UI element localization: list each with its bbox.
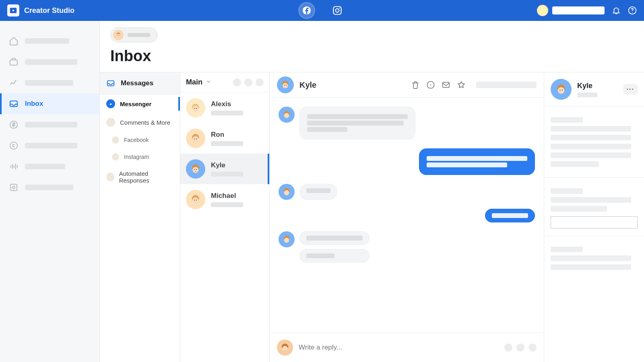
thread-preview-placeholder <box>211 141 243 146</box>
help-icon[interactable] <box>628 6 637 15</box>
thread-preview-placeholder <box>211 172 243 177</box>
message-bubble <box>299 231 369 245</box>
briefcase-icon <box>9 57 19 67</box>
thread-list-header: Main <box>180 72 269 93</box>
composer-action-placeholder[interactable] <box>516 343 524 352</box>
page-selector-chip[interactable] <box>110 27 158 43</box>
message-list <box>270 98 544 333</box>
sidebar-item-settings[interactable] <box>0 177 99 198</box>
mail-icon[interactable] <box>442 80 450 89</box>
svg-point-4 <box>339 8 340 8</box>
reply-input[interactable] <box>299 343 499 352</box>
sidebar-item-library[interactable] <box>0 51 99 72</box>
thread-name: Michael <box>211 192 243 200</box>
info-section-3 <box>544 236 644 280</box>
left-sidebar: Inbox <box>0 21 100 362</box>
messenger-icon <box>106 99 115 108</box>
sidebar-label-placeholder <box>25 185 73 190</box>
thread-alexis[interactable]: Alexis <box>180 93 269 123</box>
svg-rect-7 <box>10 60 17 65</box>
thread-kyle[interactable]: Kyle <box>180 154 269 184</box>
account-switcher[interactable] <box>537 5 605 16</box>
tab-instagram[interactable]: Instagram <box>100 148 180 165</box>
contact-info-panel: Kyle ··· <box>544 72 644 362</box>
sidebar-item-label: Inbox <box>25 100 43 108</box>
thread-filter-label: Main <box>186 78 202 86</box>
header-action-placeholder[interactable] <box>244 78 252 86</box>
message-avatar <box>279 184 295 200</box>
svg-point-45 <box>284 238 289 243</box>
instagram-tab[interactable] <box>330 3 345 18</box>
star-icon[interactable] <box>457 80 466 89</box>
composer-action-placeholder[interactable] <box>504 343 512 352</box>
message-avatar <box>279 107 295 123</box>
home-icon <box>9 36 19 46</box>
dollar-icon <box>9 120 19 130</box>
sidebar-item-monetization[interactable] <box>0 114 99 135</box>
thread-name: Ron <box>211 131 243 139</box>
contact-name: Kyle <box>577 82 597 90</box>
tab-label: Facebook <box>124 137 149 143</box>
more-options-button[interactable]: ··· <box>623 84 638 95</box>
sidebar-item-home[interactable] <box>0 31 99 51</box>
header-action-placeholder[interactable] <box>233 78 241 86</box>
chevron-down-icon[interactable] <box>206 79 211 86</box>
sidebar-label-placeholder <box>25 80 73 86</box>
settings-icon <box>9 183 19 192</box>
thread-name: Alexis <box>211 100 243 108</box>
svg-point-10 <box>10 142 17 149</box>
message-bubble <box>485 209 535 222</box>
self-avatar <box>277 339 293 356</box>
svg-point-16 <box>119 35 119 35</box>
message-incoming <box>279 107 535 140</box>
tab-dot <box>106 118 115 127</box>
play-icon <box>9 6 17 14</box>
message-bubble <box>299 249 369 263</box>
message-avatar <box>279 231 295 247</box>
info-section-2 <box>544 178 644 236</box>
thread-ron[interactable]: Ron <box>180 123 269 154</box>
svg-point-14 <box>117 34 120 37</box>
spam-icon[interactable] <box>426 80 435 89</box>
thread-avatar <box>186 98 205 117</box>
tab-automated[interactable]: Automated Responses <box>100 165 180 189</box>
sidebar-item-insights[interactable] <box>0 72 99 93</box>
svg-point-15 <box>118 35 118 35</box>
sidebar-item-rights[interactable] <box>0 135 99 156</box>
sidebar-item-sound[interactable] <box>0 156 99 177</box>
svg-point-50 <box>559 90 560 90</box>
tab-label: Comments & More <box>120 119 170 126</box>
notifications-icon[interactable] <box>612 6 621 15</box>
thread-michael[interactable]: Michael <box>180 184 269 215</box>
tab-label: Instagram <box>124 154 149 160</box>
labels-input[interactable] <box>551 216 638 228</box>
messages-section-label: Messages <box>121 79 153 87</box>
message-outgoing <box>279 148 535 175</box>
thread-name: Kyle <box>211 161 243 169</box>
tab-dot <box>112 136 119 144</box>
contact-header: Kyle ··· <box>544 72 644 107</box>
page-header: Inbox <box>100 21 644 72</box>
header-action-placeholder[interactable] <box>256 78 264 86</box>
inbox-categories: Messages Messenger Comments & More Faceb… <box>100 72 180 362</box>
sidebar-label-placeholder <box>25 38 69 44</box>
copyright-icon <box>9 141 19 150</box>
facebook-tab[interactable] <box>299 3 314 18</box>
tab-facebook[interactable]: Facebook <box>100 132 180 148</box>
tab-messenger[interactable]: Messenger <box>100 95 180 113</box>
info-section-1 <box>544 107 644 178</box>
sidebar-item-inbox[interactable]: Inbox <box>0 93 99 114</box>
composer-action-placeholder[interactable] <box>528 343 537 352</box>
top-right-controls <box>537 5 637 16</box>
conversation-panel: Kyle <box>270 72 544 362</box>
message-incoming <box>279 184 535 200</box>
trash-icon[interactable] <box>411 80 420 89</box>
thread-avatar <box>186 159 205 179</box>
svg-point-20 <box>194 108 195 109</box>
account-avatar <box>537 5 548 16</box>
tab-label: Automated Responses <box>119 170 173 184</box>
svg-point-49 <box>558 87 564 94</box>
svg-point-32 <box>194 200 195 201</box>
tab-comments[interactable]: Comments & More <box>100 113 180 132</box>
thread-preview-placeholder <box>211 202 243 207</box>
